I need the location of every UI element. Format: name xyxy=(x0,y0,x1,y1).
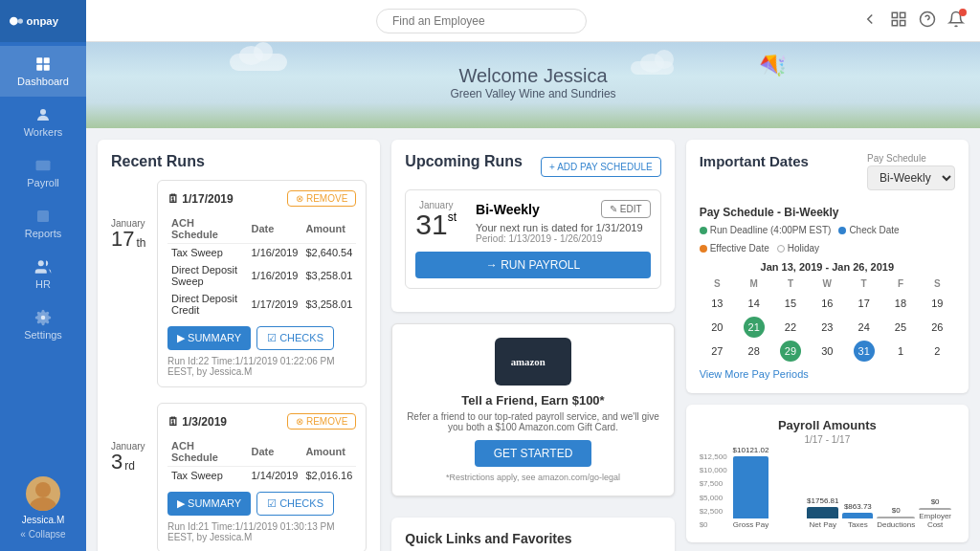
run-2-remove-button[interactable]: ⊗ REMOVE xyxy=(287,413,356,430)
sidebar-item-settings[interactable]: Settings xyxy=(0,299,86,350)
arrow-icon[interactable] xyxy=(861,11,879,31)
biweekly-row: January 31st Bi-Weekly ✎ EDIT xyxy=(415,200,650,244)
cal-26: 26 xyxy=(926,317,947,338)
cal-2: 2 xyxy=(926,341,947,362)
bar-taxes-bar xyxy=(842,513,873,518)
run-1-checks-button[interactable]: ☑ CHECKS xyxy=(256,326,334,350)
important-dates-title: Important Dates xyxy=(700,153,809,169)
bar-deductions-label: Deductions xyxy=(877,520,915,529)
get-started-button[interactable]: GET STARTED xyxy=(475,440,592,467)
amazon-disclaimer: *Restrictions apply, see amazon.com/go-l… xyxy=(406,473,659,482)
biweekly-title-row: Bi-Weekly ✎ EDIT xyxy=(476,200,651,218)
grid-icon[interactable] xyxy=(890,11,907,31)
run-2-header: 🗓 1/3/2019 ⊗ REMOVE xyxy=(167,413,356,430)
biweekly-next-run: Your next run is dated for 1/31/2019 xyxy=(476,222,651,233)
svg-rect-14 xyxy=(892,12,897,17)
col-amount: Amount xyxy=(301,214,356,244)
sidebar-item-payroll[interactable]: Payroll xyxy=(0,147,86,198)
run-2-checks-button[interactable]: ☑ CHECKS xyxy=(256,492,334,516)
cal-header-f: F xyxy=(882,276,918,291)
dashboard-grid: Recent Runs January 17th 🗓 1/17/2019 xyxy=(86,128,980,551)
pay-schedule-select[interactable]: Bi-Weekly xyxy=(867,165,955,190)
cell-date: 1/16/2019 xyxy=(247,244,301,262)
cal-header-m: M xyxy=(736,276,771,291)
cal-16: 16 xyxy=(816,293,837,314)
recent-runs-card: Recent Runs January 17th 🗓 1/17/2019 xyxy=(98,140,380,551)
run-1-suffix: th xyxy=(136,236,145,250)
cal-28: 28 xyxy=(744,341,765,362)
sidebar-item-workers[interactable]: Workers xyxy=(0,97,86,147)
biweekly-title: Bi-Weekly xyxy=(476,202,540,217)
cal-header-w: W xyxy=(810,276,845,291)
important-dates-card: Important Dates Pay Schedule Bi-Weekly P… xyxy=(686,140,969,393)
run-1-date-side: January 17th xyxy=(111,180,149,397)
payroll-period: 1/17 - 1/17 xyxy=(700,434,955,445)
legend-holiday: Holiday xyxy=(777,243,819,253)
sidebar-item-dashboard[interactable]: Dashboard xyxy=(0,46,86,97)
legend-effective-date-label: Effective Date xyxy=(710,243,769,253)
add-schedule-button[interactable]: + ADD PAY SCHEDULE xyxy=(541,157,661,177)
cal-29: 29 xyxy=(780,341,801,362)
cal-20: 20 xyxy=(706,317,727,338)
run-payroll-button[interactable]: → RUN PAYROLL xyxy=(415,252,650,278)
sidebar-collapse[interactable]: « Collapse xyxy=(16,525,69,543)
svg-rect-9 xyxy=(37,210,49,222)
pay-schedule-selector: Pay Schedule Bi-Weekly xyxy=(867,153,955,200)
sidebar-item-reports[interactable]: Reports xyxy=(0,198,86,249)
run-1-meta: Run Id:22 Time:1/11/2019 01:22:06 PM EES… xyxy=(167,356,356,377)
run-2-date-header: 🗓 1/3/2019 xyxy=(167,415,227,429)
upcoming-runs-card: Upcoming Runs + ADD PAY SCHEDULE January… xyxy=(391,140,674,312)
help-icon[interactable] xyxy=(919,11,936,31)
cell-date: 1/16/2019 xyxy=(247,261,301,290)
bar-net-label: Net Pay xyxy=(810,520,836,529)
cloud1 xyxy=(230,54,287,71)
table-row: Direct Deposit Sweep 1/16/2019 $3,258.01 xyxy=(167,261,356,290)
notification-icon[interactable] xyxy=(947,11,965,31)
bar-gross-pay: $10121.02 Gross Pay xyxy=(733,446,769,529)
run-1-actions: ▶ SUMMARY ☑ CHECKS xyxy=(167,326,356,350)
cal-header-t2: T xyxy=(846,276,881,291)
topbar xyxy=(86,0,980,42)
cal-27: 27 xyxy=(706,341,727,362)
edit-schedule-button[interactable]: ✎ EDIT xyxy=(601,200,651,218)
bar-spacer xyxy=(772,525,803,529)
search-input[interactable] xyxy=(376,9,587,33)
biweekly-day-wrapper: 31st xyxy=(415,210,457,239)
cell-amount: $2,640.54 xyxy=(301,244,356,262)
amazon-description: Refer a friend to our top-rated payroll … xyxy=(406,411,659,432)
run-1-remove-button[interactable]: ⊗ REMOVE xyxy=(287,190,356,207)
content-area: 🪁 Welcome Jessica Green Valley Wine and … xyxy=(86,42,980,551)
view-more-periods-link[interactable]: View More Pay Periods xyxy=(700,368,955,380)
run-1-card: 🗓 1/17/2019 ⊗ REMOVE ACH Schedule Date A… xyxy=(157,180,367,387)
run-2-wrapper: January 3rd 🗓 1/3/2019 ⊗ REMOVE xyxy=(111,403,367,551)
sidebar-item-dashboard-label: Dashboard xyxy=(17,76,69,87)
cal-14: 14 xyxy=(744,293,765,314)
col-schedule: ACH Schedule xyxy=(167,214,247,244)
svg-point-0 xyxy=(10,17,18,26)
sidebar-item-hr[interactable]: HR xyxy=(0,249,86,299)
cloud2 xyxy=(631,61,674,75)
y-label-7500: $7,500 xyxy=(700,479,727,488)
bar-employer-value: $0 xyxy=(931,497,940,506)
run-2-summary-button[interactable]: ▶ SUMMARY xyxy=(167,492,251,516)
col-date: Date xyxy=(247,437,301,467)
cal-23: 23 xyxy=(816,317,837,338)
cell-schedule: Direct Deposit Credit xyxy=(167,290,247,319)
cal-header-s1: S xyxy=(700,276,735,291)
upcoming-runs-title: Upcoming Runs xyxy=(405,153,523,170)
bar-taxes: $863.73 Taxes xyxy=(842,502,873,529)
cell-amount: $3,258.01 xyxy=(301,261,356,290)
svg-point-12 xyxy=(35,482,51,497)
check-date-dot xyxy=(838,227,846,234)
legend-holiday-label: Holiday xyxy=(788,243,819,253)
sidebar-user-name: Jessica.M xyxy=(22,515,64,525)
quick-links-card: Quick Links and Favorites 👤 Add a New Em… xyxy=(391,518,674,551)
svg-point-7 xyxy=(40,109,46,115)
important-dates-header: Important Dates Pay Schedule Bi-Weekly xyxy=(700,153,955,200)
welcome-company: Green Valley Wine and Sundries xyxy=(86,87,980,100)
svg-rect-15 xyxy=(901,12,905,17)
legend-effective-date: Effective Date xyxy=(700,243,769,253)
run-1-summary-button[interactable]: ▶ SUMMARY xyxy=(167,326,251,350)
run-deadline-dot xyxy=(700,227,707,234)
cell-schedule: Tax Sweep xyxy=(167,467,247,485)
